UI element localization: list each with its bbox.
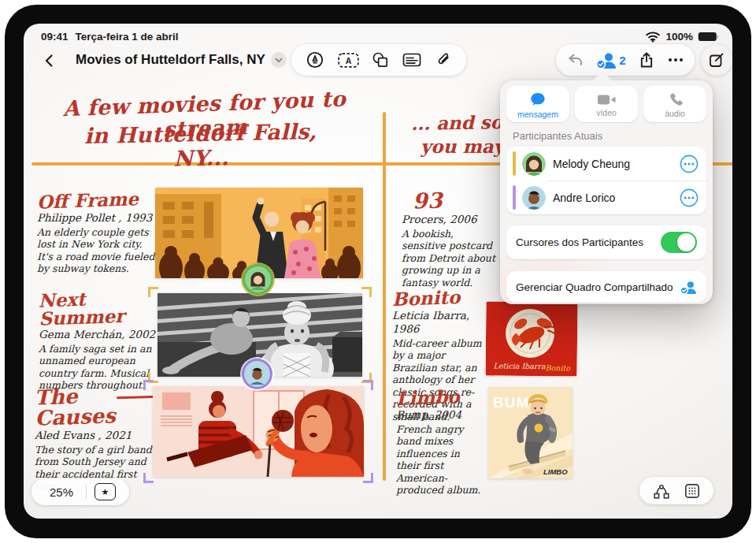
album-byline: Procers, 2006 xyxy=(402,213,496,226)
status-bar-left: 09:41 Terça-feira 1 de abril xyxy=(41,31,179,43)
ellipsis-icon xyxy=(667,51,684,69)
album-cover-limbo[interactable]: BUMP LIMBO xyxy=(488,387,573,478)
participant-options-button[interactable] xyxy=(680,154,699,173)
album-title: Bonito xyxy=(392,287,486,308)
share-button[interactable] xyxy=(636,50,657,70)
andre-avatar xyxy=(522,186,546,210)
participant-color-bar xyxy=(513,151,516,176)
video-action-button[interactable]: vídeo xyxy=(575,86,638,122)
movie-byline: Aled Evans , 2021 xyxy=(35,429,157,442)
chevron-left-icon xyxy=(42,53,57,69)
note-next-summer[interactable]: Next Summer Gema Merchán, 2002 A family … xyxy=(39,289,158,392)
cursors-toggle-switch[interactable] xyxy=(661,232,697,253)
options-ellipsis-icon xyxy=(680,188,699,207)
message-action-label: mensagem xyxy=(517,110,558,119)
share-icon xyxy=(638,51,655,69)
collaborator-count-badge: 2 xyxy=(619,54,625,67)
paperclip-icon xyxy=(435,51,452,69)
participants-header: Participantes Atuais xyxy=(513,130,602,142)
toggle-knob xyxy=(677,233,695,251)
grid-select-icon xyxy=(684,482,701,500)
status-time: 09:41 xyxy=(41,31,69,43)
wifi-icon xyxy=(645,31,661,43)
favorites-button[interactable]: ★ xyxy=(94,483,116,500)
movie-byline: Philippe Pollet , 1993 xyxy=(37,211,157,225)
undo-button[interactable] xyxy=(565,50,585,69)
album-description: A bookish, sensitive postcard from Detro… xyxy=(402,228,496,289)
text-box-tool-button[interactable]: A xyxy=(336,51,361,69)
movie-title: Next Summer xyxy=(38,287,159,327)
note-off-frame[interactable]: Off Frame Philippe Pollet , 1993 An elde… xyxy=(37,191,157,275)
melody-cursor-avatar xyxy=(245,266,271,292)
participant-row-andre: Andre Lorico xyxy=(506,180,706,214)
album-title: 93 xyxy=(413,188,497,212)
note-the-causes[interactable]: The Causes Aled Evans , 2021 The story o… xyxy=(35,385,157,493)
board-title-label: Movies of Hutteldorf Falls, NY xyxy=(76,52,265,68)
select-grid-button[interactable] xyxy=(682,481,702,501)
battery-icon xyxy=(698,32,720,42)
action-toolbar: 2 xyxy=(556,44,695,76)
album-cover-bonito[interactable]: Leticia Ibarra Bonito xyxy=(486,301,578,376)
shapes-tool-button[interactable] xyxy=(370,50,391,70)
phone-icon xyxy=(667,91,683,107)
audio-action-button[interactable]: áudio xyxy=(643,86,706,122)
album-description: French angry band mixes influences in th… xyxy=(396,423,487,497)
participants-list: Melody Cheung xyxy=(506,147,706,214)
album-title: Limbo xyxy=(396,386,487,407)
participant-color-bar xyxy=(513,185,516,210)
collaboration-button[interactable]: 2 xyxy=(594,50,627,71)
andre-avatar-face xyxy=(246,363,268,385)
melody-avatar-face xyxy=(247,269,269,290)
new-board-button[interactable] xyxy=(701,44,732,76)
note-icon xyxy=(402,52,421,68)
text-box-icon: A xyxy=(338,53,359,68)
zoom-level-button[interactable]: 25% xyxy=(45,485,78,500)
sticky-note-tool-button[interactable] xyxy=(401,50,423,69)
attach-media-button[interactable] xyxy=(433,50,454,70)
movie-still-off-frame[interactable] xyxy=(155,188,363,278)
andre-cursor-avatar xyxy=(244,361,270,387)
participant-cursors-row: Cursores dos Participantes xyxy=(506,225,706,259)
album-cover-artist-text: Leticia Ibarra xyxy=(494,361,547,370)
album-cover-title-text: LIMBO xyxy=(543,467,568,476)
message-bubble-icon xyxy=(529,91,547,108)
star-icon: ★ xyxy=(102,487,109,497)
album-cover-title-text: Bonito xyxy=(546,363,572,372)
album-byline: Leticia Ibarra, 1986 xyxy=(392,309,485,336)
connector-icon xyxy=(652,482,671,500)
manage-button-label: Gerenciar Quadro Compartilhado xyxy=(516,281,680,293)
movie-title: The Causes xyxy=(34,383,158,428)
control-divider xyxy=(86,485,87,499)
status-bar-right: 100% xyxy=(645,31,720,43)
more-options-button[interactable] xyxy=(665,50,686,70)
back-button[interactable] xyxy=(35,46,65,76)
status-date: Terça-feira 1 de abril xyxy=(76,31,179,43)
compose-icon xyxy=(708,51,725,69)
connector-tool-button[interactable] xyxy=(650,480,673,502)
board-vertical-divider-stroke[interactable] xyxy=(383,112,386,481)
participant-row-melody: Melody Cheung xyxy=(506,147,706,180)
battery-percent-label: 100% xyxy=(665,31,693,43)
draw-tool-button[interactable] xyxy=(304,49,326,71)
audio-action-label: áudio xyxy=(665,109,685,118)
ipad-device: A few movies for you to stream in Huttel… xyxy=(0,0,756,543)
message-action-button[interactable]: mensagem xyxy=(506,86,569,122)
manage-shared-board-button[interactable]: Gerenciar Quadro Compartilhado xyxy=(506,271,706,303)
note-limbo[interactable]: Limbo Bump, 2004 French angry band mixes… xyxy=(396,388,487,497)
video-action-label: vídeo xyxy=(596,108,617,117)
chevron-down-icon xyxy=(271,52,287,68)
participant-options-button[interactable] xyxy=(680,188,699,207)
insert-toolbar: A xyxy=(291,44,466,76)
melody-avatar xyxy=(522,152,546,176)
manage-collaboration-icon xyxy=(680,280,697,295)
board-title-menu[interactable]: Movies of Hutteldorf Falls, NY xyxy=(76,52,287,68)
collaboration-popover: mensagem vídeo áudio Participantes Atu xyxy=(500,80,713,304)
video-camera-icon xyxy=(597,93,617,106)
board-heading-left-line2[interactable]: in Hutteldorf Falls, NY... xyxy=(58,118,343,173)
participant-name: Melody Cheung xyxy=(553,158,630,170)
popover-action-row: mensagem vídeo áudio xyxy=(506,86,706,122)
note-93[interactable]: 93 Procers, 2006 A bookish, sensitive po… xyxy=(402,189,496,288)
text-tool-glyph: A xyxy=(346,55,352,65)
collaboration-people-icon xyxy=(595,51,617,69)
movie-still-the-causes[interactable] xyxy=(153,386,364,477)
